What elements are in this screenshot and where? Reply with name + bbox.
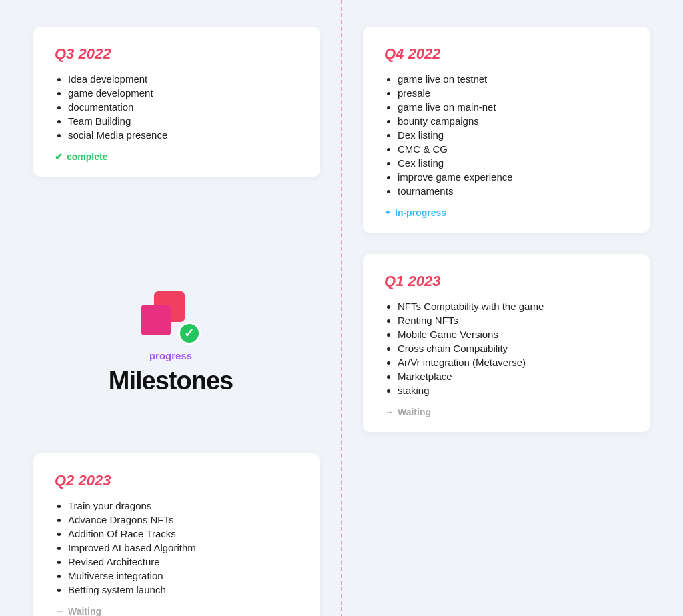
list-item: Team Building — [68, 115, 299, 127]
q1-2023-title: Q1 2023 — [384, 273, 628, 290]
q4-list: game live on testnet presale game live o… — [384, 73, 628, 197]
list-item: bounty campaigns — [398, 115, 628, 127]
col-empty-right — [342, 443, 683, 464]
row-1: Q3 2022 Idea development game developmen… — [0, 16, 683, 243]
list-item: Advance Dragons NFTs — [68, 514, 299, 525]
list-item: Train your dragons — [68, 500, 299, 511]
list-item: CMC & CG — [398, 143, 628, 155]
list-item: Dex listing — [398, 129, 628, 141]
q2-2023-title: Q2 2023 — [55, 472, 299, 489]
q3-list: Idea development game development docume… — [55, 73, 299, 141]
list-item: Cross chain Compaibility — [398, 343, 628, 354]
list-item: documentation — [68, 101, 299, 113]
list-item: Multiverse integration — [68, 570, 299, 581]
list-item: improve game experience — [398, 171, 628, 183]
list-item: Betting system launch — [68, 584, 299, 595]
logo-label: progress — [149, 350, 192, 361]
page-wrapper: Q3 2022 Idea development game developmen… — [0, 0, 683, 616]
logo-square-red — [141, 305, 171, 335]
q2-2023-status: Waiting — [55, 606, 299, 616]
logo-check-badge: ✓ — [178, 322, 201, 345]
q1-2023-status: Waiting — [384, 407, 628, 417]
list-item: Marketplace — [398, 371, 628, 382]
card-q3: Q3 2022 Idea development game developmen… — [33, 27, 320, 177]
logo-area: ✓ progress Milestones — [109, 291, 233, 395]
q4-title: Q4 2022 — [384, 45, 628, 63]
list-item: game development — [68, 87, 299, 99]
list-item: NFTs Comptability with the game — [398, 301, 628, 312]
q3-status: complete — [55, 151, 299, 162]
q1-2023-list: NFTs Comptability with the game Renting … — [384, 301, 628, 396]
row-middle: ✓ progress Milestones Q1 2023 NFTs Compt… — [0, 243, 683, 443]
card-q4: Q4 2022 game live on testnet presale gam… — [363, 27, 650, 233]
list-item: Ar/Vr integration (Metaverse) — [398, 357, 628, 368]
list-item: presale — [398, 87, 628, 99]
list-item: Improved AI based Algorithm — [68, 542, 299, 553]
col-q2-2023: Q2 2023 Train your dragons Advance Drago… — [0, 443, 342, 616]
col-q1-2023: Q1 2023 NFTs Comptability with the game … — [342, 243, 683, 443]
col-q3: Q3 2022 Idea development game developmen… — [0, 16, 342, 187]
list-item: staking — [398, 385, 628, 396]
list-item: game live on testnet — [398, 73, 628, 85]
list-item: social Media presence — [68, 129, 299, 141]
list-item: Mobile Game Versions — [398, 329, 628, 340]
q3-title: Q3 2022 — [55, 45, 299, 63]
list-item: Cex listing — [398, 157, 628, 169]
list-item: Renting NFTs — [398, 315, 628, 326]
milestones-title: Milestones — [109, 367, 233, 395]
list-item: Revised Architecture — [68, 556, 299, 567]
card-q1-2023: Q1 2023 NFTs Comptability with the game … — [363, 254, 650, 432]
logo-graphic: ✓ — [141, 291, 201, 345]
row-3: Q2 2023 Train your dragons Advance Drago… — [0, 443, 683, 616]
col-q4: Q4 2022 game live on testnet presale gam… — [342, 16, 683, 243]
q4-status: In-progress — [384, 207, 628, 218]
list-item: Addition Of Race Tracks — [68, 528, 299, 539]
list-item: game live on main-net — [398, 101, 628, 113]
q2-2023-list: Train your dragons Advance Dragons NFTs … — [55, 500, 299, 595]
col-logo: ✓ progress Milestones — [0, 278, 342, 409]
card-q2-2023: Q2 2023 Train your dragons Advance Drago… — [33, 453, 320, 616]
list-item: Idea development — [68, 73, 299, 85]
list-item: tournaments — [398, 185, 628, 197]
